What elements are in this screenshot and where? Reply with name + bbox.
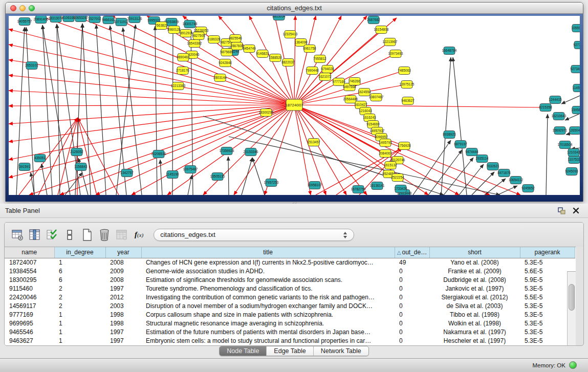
graph-node[interactable]: 2718176 bbox=[176, 67, 189, 75]
graph-node[interactable]: 2935114 bbox=[476, 155, 489, 163]
row-height-icon[interactable] bbox=[63, 228, 76, 242]
graph-node[interactable]: 2126052 bbox=[70, 148, 83, 156]
graph-node[interactable]: 746266 bbox=[349, 78, 360, 85]
table-row[interactable]: 1938455462009Genome-wide association stu… bbox=[5, 267, 575, 275]
table-row[interactable]: 977716911998Corpus callosum shape and si… bbox=[5, 310, 575, 319]
column-header-in-degree[interactable]: in_degree bbox=[54, 247, 105, 258]
column-header-year[interactable]: year bbox=[105, 247, 141, 258]
graph-node[interactable]: 8938923 bbox=[443, 131, 456, 139]
tab-edge-table[interactable]: Edge Table bbox=[267, 346, 313, 356]
graph-node[interactable]: 10975487 bbox=[183, 166, 198, 173]
graph-node[interactable]: 8215358 bbox=[539, 104, 552, 112]
graph-node[interactable]: 7990448 bbox=[306, 67, 319, 75]
graph-node[interactable]: 10807487 bbox=[369, 94, 384, 101]
graph-node[interactable]: 7663822 bbox=[155, 22, 168, 30]
graph-node[interactable]: 13975125 bbox=[400, 81, 415, 89]
graph-node[interactable]: 2867608 bbox=[230, 42, 244, 50]
graph-node[interactable]: 1756928 bbox=[398, 142, 411, 150]
table-row[interactable]: 2242004622012Investigating the contribut… bbox=[5, 293, 575, 301]
graph-node[interactable]: 1495793 bbox=[379, 139, 392, 147]
graph-node[interactable]: 7485063 bbox=[398, 67, 411, 75]
graph-node[interactable]: 16154808 bbox=[374, 26, 389, 34]
graph-node[interactable]: 16782759 bbox=[351, 186, 366, 193]
column-icon[interactable] bbox=[28, 228, 41, 242]
graph-node[interactable]: 9466161 bbox=[102, 16, 115, 24]
graph-node[interactable]: 1621072 bbox=[318, 73, 332, 81]
column-header-pagerank[interactable]: pagerank bbox=[520, 247, 575, 258]
graph-node[interactable]: 10653287 bbox=[74, 16, 89, 22]
graph-node[interactable]: 16543382 bbox=[187, 40, 202, 48]
graph-node[interactable]: 2687682 bbox=[367, 16, 380, 24]
table-row[interactable]: 1830029562008Estimation of significance … bbox=[5, 275, 575, 284]
graph-node[interactable]: 8454749 bbox=[243, 45, 256, 53]
graph-node[interactable]: 8186328 bbox=[207, 36, 221, 43]
graph-node[interactable]: 1513457 bbox=[307, 139, 320, 146]
graph-node[interactable]: 1244415 bbox=[549, 96, 562, 104]
graph-node[interactable]: 2522254 bbox=[391, 174, 404, 182]
close-panel-icon[interactable] bbox=[572, 207, 580, 214]
graph-node[interactable]: 9474444 bbox=[465, 148, 478, 156]
table-row[interactable]: 969969511998Structural magnetic resonanc… bbox=[5, 319, 575, 327]
graph-node[interactable]: 1145190 bbox=[166, 171, 179, 179]
graph-node[interactable]: 9825546 bbox=[229, 35, 242, 42]
graph-node[interactable]: 1265041 bbox=[569, 127, 580, 135]
zoom-window-button[interactable] bbox=[29, 5, 35, 11]
graph-node[interactable]: 391591 bbox=[19, 163, 30, 171]
graph-node[interactable]: 18301748 bbox=[183, 20, 198, 28]
table-row[interactable]: 946362711997Embryonic stem cells: a mode… bbox=[5, 336, 575, 345]
graph-node[interactable]: 9245652 bbox=[521, 185, 535, 192]
graph-node[interactable]: 8822037 bbox=[281, 59, 295, 67]
graph-node[interactable]: 6794028 bbox=[321, 65, 334, 73]
graph-node[interactable]: 891293 bbox=[180, 30, 191, 37]
table-row[interactable]: 911546021997Tourette syndrome. Phenomeno… bbox=[5, 284, 575, 293]
graph-node[interactable]: 12213967 bbox=[383, 38, 398, 46]
graph-node[interactable]: 16136141 bbox=[370, 182, 385, 190]
close-window-button[interactable] bbox=[10, 5, 16, 11]
graph-node[interactable]: 8960128 bbox=[167, 26, 181, 34]
graph-node[interactable]: 20913126 bbox=[127, 16, 142, 23]
table-row[interactable]: 946554611997Estimation of the future num… bbox=[5, 327, 575, 336]
graph-node[interactable]: 1733426 bbox=[394, 185, 407, 193]
graph-node[interactable]: 14055757 bbox=[17, 18, 32, 26]
graph-node[interactable]: 8813054 bbox=[272, 16, 286, 20]
tab-network-table[interactable]: Network Table bbox=[314, 346, 368, 356]
graph-node[interactable]: 9273461 bbox=[570, 65, 580, 73]
graph-node[interactable]: 1107533 bbox=[568, 156, 580, 164]
graph-node[interactable]: 6961758 bbox=[303, 45, 316, 53]
graph-node[interactable]: 1527002 bbox=[88, 16, 101, 23]
graph-node[interactable]: 7632621 bbox=[486, 163, 499, 170]
graph-node[interactable]: 18300295 bbox=[259, 109, 274, 117]
graph-node[interactable]: 1210343 bbox=[567, 149, 580, 157]
scrollbar-thumb[interactable] bbox=[569, 284, 575, 311]
table-select-dropdown[interactable]: citations_edges.txt bbox=[154, 229, 354, 241]
graph-node[interactable]: 18724007 bbox=[285, 99, 303, 111]
graph-node[interactable]: 8471676 bbox=[497, 169, 511, 177]
table-settings-icon[interactable] bbox=[11, 228, 24, 242]
graph-node[interactable]: 5875685 bbox=[220, 49, 233, 56]
table-row[interactable]: 1872400712008Changes of HCN gene express… bbox=[5, 258, 575, 267]
graph-node[interactable]: 16210643 bbox=[552, 113, 567, 120]
graph-node[interactable]: 16648784 bbox=[442, 47, 457, 55]
graph-node[interactable]: 9245093 bbox=[565, 168, 578, 176]
graph-node[interactable]: 9890461 bbox=[177, 54, 190, 61]
table-row[interactable]: 1456911722003Disruption of a novel membe… bbox=[5, 301, 575, 310]
network-canvas[interactable]: 1405575720891406183130749106160106532871… bbox=[9, 16, 580, 195]
graph-node[interactable]: 9463627 bbox=[401, 97, 415, 105]
graph-node[interactable]: 12325413 bbox=[283, 31, 298, 38]
graph-node[interactable]: 2084067 bbox=[379, 150, 392, 158]
column-header-short[interactable]: short bbox=[429, 247, 520, 258]
graph-node[interactable]: 2803144 bbox=[213, 74, 227, 82]
graph-node[interactable]: 9146821 bbox=[256, 50, 269, 58]
column-header-out-degree[interactable]: △out_de… bbox=[395, 247, 429, 258]
graph-node[interactable]: 10711912 bbox=[114, 18, 129, 26]
column-header-name[interactable]: name bbox=[5, 247, 54, 258]
graph-node[interactable]: 1156843 bbox=[75, 163, 88, 171]
function-builder-icon[interactable]: f(x) bbox=[135, 230, 143, 239]
graph-node[interactable]: 17016504 bbox=[558, 141, 573, 149]
graph-node[interactable]: 12213383 bbox=[171, 82, 186, 90]
window-titlebar[interactable]: citations_edges.txt bbox=[6, 3, 583, 14]
graph-node[interactable]: 10973493 bbox=[388, 50, 403, 58]
graph-node[interactable]: 10958107 bbox=[308, 182, 322, 189]
graph-node[interactable]: 1615132 bbox=[384, 162, 397, 169]
graph-node[interactable]: 2653101 bbox=[25, 62, 38, 70]
